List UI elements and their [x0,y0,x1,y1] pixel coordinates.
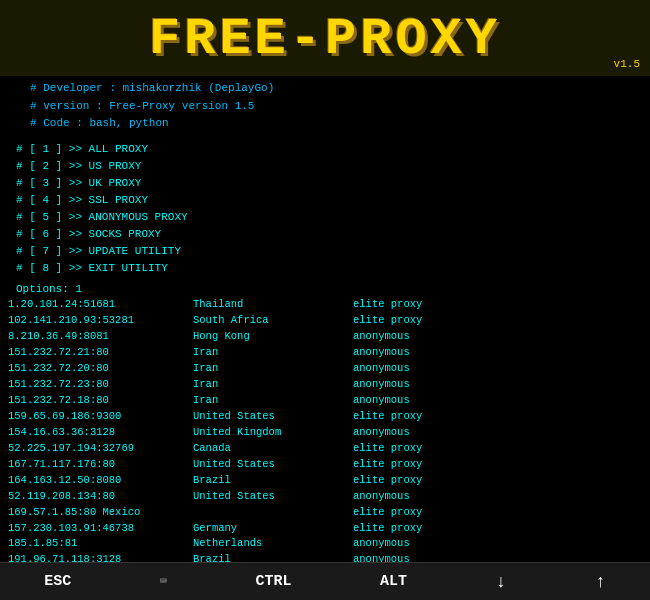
meta-developer: # Developer : mishakorzhik (DeplayGo) [30,80,620,98]
header: FREE-PROXY v1.5 [0,0,650,76]
proxy-country: Thailand [193,297,353,313]
proxy-type: elite proxy [353,505,422,521]
proxy-row: 191.96.71.118:3128Brazilanonymous [8,552,642,562]
main-content: # [ 1 ] >> ALL PROXY# [ 2 ] >> US PROXY#… [0,137,650,562]
proxy-row: 151.232.72.18:80Irananonymous [8,393,642,409]
proxy-type: elite proxy [353,409,422,425]
proxy-row: 151.232.72.20:80Irananonymous [8,361,642,377]
proxy-ip: 154.16.63.36:3128 [8,425,193,441]
proxy-type: elite proxy [353,441,422,457]
proxy-ip: 1.20.101.24:51681 [8,297,193,313]
proxy-type: anonymous [353,489,410,505]
proxy-row: 52.119.208.134:80United Statesanonymous [8,489,642,505]
proxy-row: 157.230.103.91:46738Germanyelite proxy [8,521,642,537]
proxy-row: 1.20.101.24:51681Thailandelite proxy [8,297,642,313]
proxy-list: 1.20.101.24:51681Thailandelite proxy102.… [0,297,650,562]
keyboard-icon: ⌨ [160,574,167,589]
proxy-ip: 151.232.72.20:80 [8,361,193,377]
proxy-type: anonymous [353,393,410,409]
proxy-country: United States [193,489,353,505]
menu-item[interactable]: # [ 4 ] >> SSL PROXY [16,192,634,209]
proxy-row: 102.141.210.93:53281South Africaelite pr… [8,313,642,329]
proxy-country: South Africa [193,313,353,329]
proxy-ip: 102.141.210.93:53281 [8,313,193,329]
alt-key[interactable]: ALT [380,573,407,590]
menu-item[interactable]: # [ 3 ] >> UK PROXY [16,175,634,192]
proxy-row: 169.57.1.85:80 Mexicoelite proxy [8,505,642,521]
up-arrow-key[interactable]: ↑ [595,572,606,592]
proxy-country: Iran [193,377,353,393]
proxy-row: 185.1.85:81Netherlandsanonymous [8,536,642,552]
meta-version: # version : Free-Proxy version 1.5 [30,98,620,116]
footer: ESC ⌨ CTRL ALT ↓ ↑ [0,562,650,600]
proxy-type: anonymous [353,329,410,345]
proxy-country: Germany [193,521,353,537]
proxy-ip: 52.119.208.134:80 [8,489,193,505]
app: FREE-PROXY v1.5 # Developer : mishakorzh… [0,0,650,600]
proxy-country: United Kingdom [193,425,353,441]
meta-info: # Developer : mishakorzhik (DeplayGo) # … [0,76,650,137]
proxy-country: Canada [193,441,353,457]
logo: FREE-PROXY [0,8,650,72]
proxy-country: United States [193,457,353,473]
version-label: v1.5 [614,58,640,70]
proxy-ip: 191.96.71.118:3128 [8,552,193,562]
proxy-type: anonymous [353,345,410,361]
proxy-ip: 151.232.72.18:80 [8,393,193,409]
proxy-country: Iran [193,361,353,377]
proxy-country: Netherlands [193,536,353,552]
proxy-ip: 8.210.36.49:8081 [8,329,193,345]
proxy-country: Brazil [193,552,353,562]
menu-item[interactable]: # [ 7 ] >> UPDATE UTILITY [16,243,634,260]
proxy-row: 151.232.72.23:80Irananonymous [8,377,642,393]
proxy-type: anonymous [353,552,410,562]
proxy-ip: 159.65.69.186:9300 [8,409,193,425]
proxy-type: elite proxy [353,457,422,473]
proxy-country: United States [193,409,353,425]
proxy-ip: 164.163.12.50:8080 [8,473,193,489]
proxy-type: anonymous [353,377,410,393]
proxy-country: Iran [193,345,353,361]
proxy-ip: 151.232.72.21:80 [8,345,193,361]
menu-item[interactable]: # [ 1 ] >> ALL PROXY [16,141,634,158]
proxy-ip: 167.71.117.176:80 [8,457,193,473]
proxy-row: 154.16.63.36:3128United Kingdomanonymous [8,425,642,441]
proxy-row: 151.232.72.21:80Irananonymous [8,345,642,361]
down-arrow-key[interactable]: ↓ [496,572,507,592]
alt-label: ALT [380,573,407,590]
proxy-type: elite proxy [353,473,422,489]
ctrl-label: CTRL [256,573,292,590]
proxy-ip: 185.1.85:81 [8,536,193,552]
proxy-type: elite proxy [353,297,422,313]
proxy-ip: 169.57.1.85:80 Mexico [8,505,193,521]
proxy-country: Iran [193,393,353,409]
proxy-ip: 157.230.103.91:46738 [8,521,193,537]
menu-item[interactable]: # [ 8 ] >> EXIT UTILITY [16,260,634,277]
proxy-ip: 52.225.197.194:32769 [8,441,193,457]
proxy-country: Hong Kong [193,329,353,345]
proxy-type: elite proxy [353,521,422,537]
proxy-row: 167.71.117.176:80United Stateselite prox… [8,457,642,473]
proxy-row: 8.210.36.49:8081Hong Konganonymous [8,329,642,345]
meta-code: # Code : bash, python [30,115,620,133]
esc-label: ESC [44,573,71,590]
proxy-country [193,505,353,521]
esc-key[interactable]: ESC [44,573,71,590]
ctrl-key[interactable]: CTRL [256,573,292,590]
proxy-country: Brazil [193,473,353,489]
menu-item[interactable]: # [ 2 ] >> US PROXY [16,158,634,175]
menu-item[interactable]: # [ 6 ] >> SOCKS PROXY [16,226,634,243]
proxy-type: anonymous [353,536,410,552]
options-line: Options: 1 [0,281,650,297]
proxy-type: anonymous [353,361,410,377]
proxy-row: 159.65.69.186:9300United Stateselite pro… [8,409,642,425]
proxy-ip: 151.232.72.23:80 [8,377,193,393]
menu-item[interactable]: # [ 5 ] >> ANONYMOUS PROXY [16,209,634,226]
proxy-type: anonymous [353,425,410,441]
menu: # [ 1 ] >> ALL PROXY# [ 2 ] >> US PROXY#… [0,137,650,281]
proxy-type: elite proxy [353,313,422,329]
proxy-row: 164.163.12.50:8080Brazilelite proxy [8,473,642,489]
proxy-row: 52.225.197.194:32769Canadaelite proxy [8,441,642,457]
